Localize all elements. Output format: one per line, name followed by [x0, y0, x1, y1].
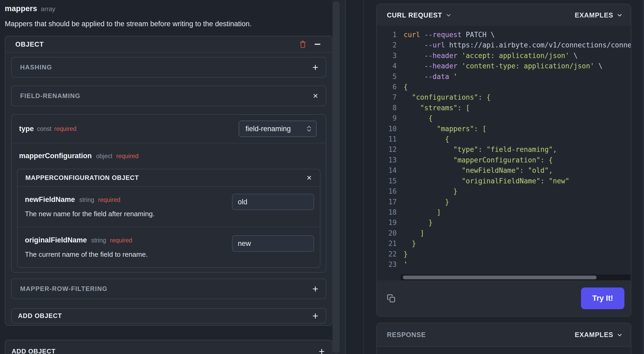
chevron-down-icon — [616, 12, 623, 18]
originalfieldname-input[interactable] — [232, 235, 314, 252]
type-property-name: type — [19, 125, 34, 133]
hashing-section-toggle[interactable]: HASHING + — [11, 57, 326, 78]
field-renaming-expanded-panel: type const required field-renaming — [11, 114, 326, 273]
newfieldname-row: newFieldName string required The new nam… — [17, 187, 320, 227]
plus-icon[interactable]: + — [312, 311, 318, 321]
object-panel: OBJECT HASHING — [5, 36, 333, 326]
code-line: 12 "type": "field-renaming", — [377, 144, 631, 155]
originalfieldname-name: originalFieldName — [25, 236, 87, 244]
plus-icon[interactable]: + — [312, 284, 318, 294]
type-select-value: field-renaming — [245, 125, 306, 133]
schema-column: mappers array Mappers that should be app… — [5, 0, 333, 354]
type-property-kind: const — [37, 125, 52, 132]
code-line: 14 "newFieldName": "old", — [377, 165, 631, 176]
mapperconfiguration-property-required: required — [116, 153, 138, 160]
newfieldname-input[interactable] — [232, 194, 314, 210]
hashing-section-label: HASHING — [20, 64, 52, 71]
code-line: 21 } — [377, 238, 631, 249]
add-object-label: ADD OBJECT — [12, 348, 56, 354]
code-line: 10 "mappers": [ — [377, 124, 631, 134]
field-renaming-section-toggle[interactable]: FIELD-RENAMING ✕ — [11, 86, 326, 106]
delete-object-button[interactable] — [299, 40, 306, 48]
field-title: mappers — [5, 4, 37, 13]
object-panel-content: HASHING + FIELD-RENAMING ✕ type const re… — [5, 53, 332, 325]
mapperconfiguration-object-title: MAPPERCONFIGURATION OBJECT — [25, 174, 139, 182]
right-column-edge-line — [363, 0, 364, 354]
field-renaming-section-label: FIELD-RENAMING — [20, 92, 80, 100]
code-line: 16 } — [377, 186, 631, 197]
code-line: 4 --header 'content-type: application/js… — [377, 61, 631, 71]
type-property-required: required — [54, 125, 77, 132]
mapperconfiguration-property-name: mapperConfiguration — [19, 152, 92, 160]
curl-card-footer: Try It! — [377, 280, 631, 316]
code-line: 17 } — [377, 197, 631, 207]
code-line: 23' — [377, 259, 631, 270]
plus-icon[interactable]: + — [312, 62, 318, 72]
code-line: 6{ — [377, 82, 631, 92]
field-type-badge: array — [41, 5, 55, 13]
object-panel-header: OBJECT — [5, 36, 332, 53]
horizontal-scrollbar-track — [401, 275, 631, 280]
curl-card-header: CURL REQUEST EXAMPLES — [377, 4, 631, 26]
response-card: RESPONSE EXAMPLES — [376, 323, 631, 354]
add-object-button-outer[interactable]: ADD OBJECT + — [5, 340, 333, 354]
api-docs-page: mappers array Mappers that should be app… — [0, 0, 644, 354]
originalfieldname-kind: string — [91, 237, 106, 244]
code-line: 1curl --request PATCH \ — [377, 30, 631, 40]
type-property-row: type const required field-renaming — [12, 115, 326, 143]
mapper-row-filtering-section-toggle[interactable]: MAPPER-ROW-FILTERING + — [11, 278, 326, 299]
code-line: 13 "mapperConfiguration": { — [377, 155, 631, 165]
chevron-down-icon — [445, 12, 452, 18]
response-title: RESPONSE — [387, 331, 426, 339]
curl-request-title: CURL REQUEST — [387, 11, 442, 19]
code-line: 22} — [377, 249, 631, 259]
mapperconfiguration-object-header: MAPPERCONFIGURATION OBJECT ✕ — [17, 169, 320, 187]
horizontal-scrollbar-thumb[interactable] — [403, 276, 597, 279]
code-line: 9 { — [377, 113, 631, 123]
curl-code-block: 1curl --request PATCH \2 --url https://a… — [377, 26, 631, 280]
chevron-down-icon — [616, 332, 623, 338]
code-line: 7 "configurations": { — [377, 92, 631, 103]
code-line: 18 ] — [377, 207, 631, 218]
code-line: 5 --data ' — [377, 72, 631, 82]
code-line: 11 { — [377, 134, 631, 144]
field-description: Mappers that should be applied to the st… — [5, 20, 333, 28]
newfieldname-kind: string — [79, 196, 94, 203]
type-select[interactable]: field-renaming — [239, 121, 317, 137]
examples-dropdown[interactable]: EXAMPLES — [575, 11, 623, 19]
response-examples-dropdown[interactable]: EXAMPLES — [575, 331, 623, 339]
originalfieldname-row: originalFieldName string required The cu… — [17, 227, 320, 267]
mapperconfiguration-property-row: mapperConfiguration object required — [19, 150, 318, 162]
column-divider — [345, 0, 346, 354]
add-object-label: ADD OBJECT — [18, 312, 62, 320]
mapperconfiguration-object-box: MAPPERCONFIGURATION OBJECT ✕ newFieldNam… — [17, 169, 320, 268]
object-panel-title: OBJECT — [15, 41, 44, 48]
collapse-object-button[interactable] — [315, 44, 320, 45]
newfieldname-name: newFieldName — [25, 196, 75, 203]
copy-code-button[interactable] — [386, 294, 396, 303]
code-line: 20 ] — [377, 228, 631, 238]
response-card-header: RESPONSE EXAMPLES — [377, 323, 631, 347]
add-object-button-inner[interactable]: ADD OBJECT + — [11, 308, 326, 324]
response-examples-label: EXAMPLES — [575, 331, 613, 339]
minus-icon — [315, 44, 320, 45]
examples-label: EXAMPLES — [575, 11, 613, 19]
trash-icon — [299, 40, 306, 48]
code-lines: 1curl --request PATCH \2 --url https://a… — [377, 30, 631, 270]
request-type-dropdown[interactable]: CURL REQUEST — [387, 11, 452, 19]
mapperconfiguration-property-kind: object — [96, 153, 112, 160]
vertical-scrollbar-thumb[interactable] — [333, 2, 339, 353]
code-line: 15 "originalFieldName": "new" — [377, 176, 631, 186]
originalfieldname-required: required — [110, 237, 132, 244]
code-line: 19 } — [377, 218, 631, 228]
try-it-button[interactable]: Try It! — [581, 287, 624, 309]
curl-request-card: CURL REQUEST EXAMPLES 1curl --request PA… — [376, 4, 631, 317]
window-scrollbar-edge — [643, 0, 643, 354]
plus-icon[interactable]: + — [319, 346, 325, 354]
code-line: 2 --url https://api.airbyte.com/v1/conne… — [377, 40, 631, 50]
newfieldname-description: The new name for the field after renamin… — [25, 209, 312, 219]
close-icon[interactable]: ✕ — [313, 93, 318, 99]
close-icon[interactable]: ✕ — [306, 175, 312, 181]
code-line: 8 "streams": [ — [377, 103, 631, 113]
copy-icon — [386, 294, 396, 303]
